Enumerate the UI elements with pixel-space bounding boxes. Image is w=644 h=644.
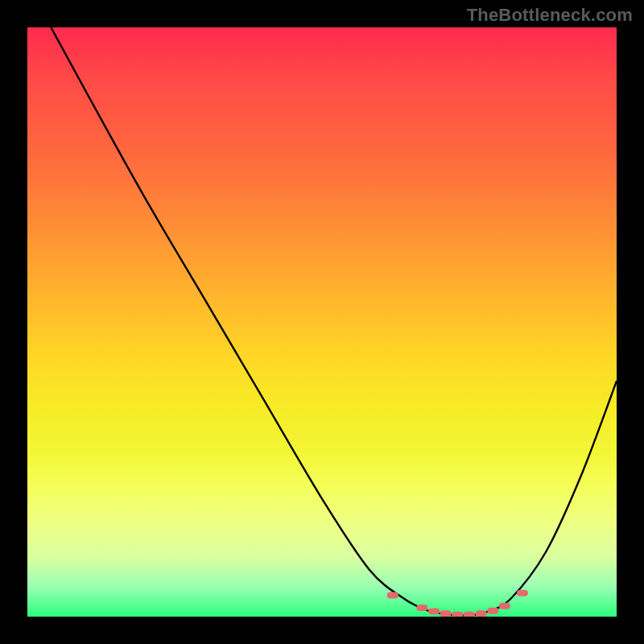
marker-dot	[464, 612, 475, 617]
marker-dot	[387, 592, 398, 599]
chart-container: TheBottleneck.com	[0, 0, 644, 644]
marker-dot	[452, 612, 463, 617]
marker-dot	[487, 608, 498, 614]
marker-dot	[499, 603, 510, 609]
marker-dot	[517, 590, 528, 597]
marker-dot	[476, 610, 487, 617]
plot-area	[27, 27, 617, 617]
sweet-spot-markers	[27, 27, 617, 617]
marker-dot	[440, 610, 452, 617]
marker-dot	[428, 608, 440, 614]
watermark-text: TheBottleneck.com	[467, 5, 633, 26]
marker-dot	[416, 605, 427, 611]
